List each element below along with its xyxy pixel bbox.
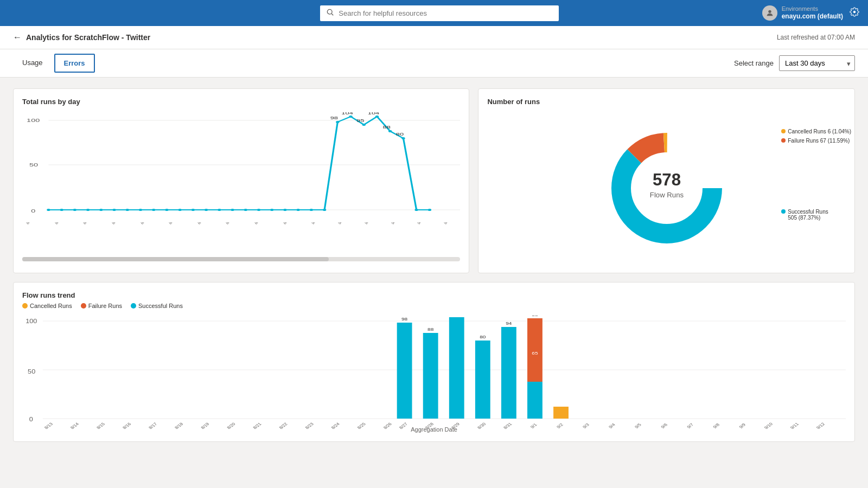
topbar: Environments enayu.com (default) xyxy=(0,0,868,26)
svg-text:8/24: 8/24 xyxy=(330,421,341,429)
line-chart-container: 100 50 0 98 104 xyxy=(22,112,460,232)
svg-point-39 xyxy=(362,124,366,126)
svg-text:9/10: 9/10 xyxy=(763,421,774,429)
svg-point-31 xyxy=(257,209,260,211)
tabs-area: Usage Errors Select range Last 7 days La… xyxy=(0,49,868,78)
bar-94-successful xyxy=(527,382,542,419)
donut-svg: 578 Flow Runs xyxy=(602,123,732,253)
svg-text:Flow Runs: Flow Runs xyxy=(650,191,684,199)
flow-runs-trend-card: Flow runs trend Cancelled Runs Failure R… xyxy=(13,282,855,442)
chart-scrollbar[interactable] xyxy=(22,257,460,261)
svg-text:9/11: 9/11 xyxy=(789,421,800,429)
env-label: Environments xyxy=(782,5,843,12)
svg-point-40 xyxy=(375,115,379,118)
svg-text:38: 38 xyxy=(532,316,538,317)
svg-text:95: 95 xyxy=(356,118,364,123)
svg-point-37 xyxy=(336,121,339,123)
subheader: ← Analytics for ScratchFlow - Twitter La… xyxy=(0,26,868,49)
bar-91 xyxy=(449,317,464,419)
svg-text:94: 94 xyxy=(506,321,512,326)
svg-text:8/25: 8/25 xyxy=(356,421,367,429)
cancelled-legend-dot xyxy=(22,303,28,309)
svg-line-1 xyxy=(332,14,334,15)
env-text: Environments enayu.com (default) xyxy=(782,5,843,21)
svg-point-43 xyxy=(414,209,418,211)
svg-text:88: 88 xyxy=(383,125,391,130)
svg-point-20 xyxy=(112,209,116,211)
main-content: Total runs by day 100 50 0 xyxy=(0,78,868,453)
donut-legend: Cancelled Runs 6 (1.04%) Failure Runs 67… xyxy=(781,129,851,221)
legend-cancelled: Cancelled Runs 6 (1.04%) xyxy=(781,129,851,134)
bar-chart-container: 100 50 0 98 88 104 xyxy=(22,316,846,424)
svg-point-36 xyxy=(323,209,326,211)
svg-text:9/6: 9/6 xyxy=(660,422,668,429)
successful-label: Successful Runs505 (87.37%) xyxy=(788,209,828,221)
svg-point-24 xyxy=(165,209,168,211)
svg-text:8/16: 8/16 xyxy=(122,421,132,429)
total-runs-chart-card: Total runs by day 100 50 0 xyxy=(13,88,469,273)
bar-831 xyxy=(423,333,438,419)
bar-92 xyxy=(475,341,490,419)
svg-point-41 xyxy=(388,130,392,132)
svg-point-15 xyxy=(47,209,50,211)
donut-chart-title: Number of runs xyxy=(487,98,846,106)
flow-runs-trend-title: Flow runs trend xyxy=(22,291,846,299)
range-label: Select range xyxy=(734,59,774,67)
cancelled-legend-label: Cancelled Runs xyxy=(30,303,72,309)
tab-errors[interactable]: Errors xyxy=(54,54,95,73)
range-dropdown[interactable]: Last 7 days Last 30 days Last 60 days La… xyxy=(779,55,855,71)
back-button[interactable]: ← xyxy=(13,33,22,42)
svg-text:50: 50 xyxy=(28,369,35,375)
legend-item-cancelled: Cancelled Runs xyxy=(22,303,72,309)
svg-point-19 xyxy=(99,209,103,211)
svg-point-34 xyxy=(296,209,299,211)
svg-point-23 xyxy=(152,209,155,211)
bar-legend: Cancelled Runs Failure Runs Successful R… xyxy=(22,303,846,309)
svg-text:80: 80 xyxy=(480,335,486,339)
bar-95-cancelled xyxy=(553,407,569,419)
svg-text:8/14: 8/14 xyxy=(69,421,80,429)
svg-text:9/1: 9/1 xyxy=(529,422,538,429)
tab-usage[interactable]: Usage xyxy=(13,54,52,73)
search-input[interactable] xyxy=(339,9,552,17)
svg-text:9/3: 9/3 xyxy=(582,422,590,429)
cancelled-label: Cancelled Runs 6 (1.04%) xyxy=(788,129,851,134)
svg-text:9/9: 9/9 xyxy=(738,422,747,429)
svg-text:100: 100 xyxy=(27,118,40,123)
user-icon xyxy=(762,5,777,21)
svg-text:104: 104 xyxy=(368,112,380,115)
svg-text:88: 88 xyxy=(427,327,433,332)
cancelled-dot xyxy=(781,129,786,133)
svg-point-44 xyxy=(428,209,431,211)
failure-legend-dot xyxy=(81,303,86,309)
svg-point-21 xyxy=(126,209,129,211)
svg-text:104: 104 xyxy=(341,112,353,115)
svg-point-42 xyxy=(401,137,405,139)
donut-chart-card: Number of runs 578 Flow Runs xyxy=(478,88,855,273)
svg-point-29 xyxy=(231,209,234,211)
svg-text:98: 98 xyxy=(330,115,338,120)
legend-item-successful: Successful Runs xyxy=(131,303,183,309)
svg-text:8/20: 8/20 xyxy=(226,421,237,429)
line-chart-svg: 100 50 0 98 104 xyxy=(22,112,460,221)
svg-point-30 xyxy=(244,209,247,211)
range-wrapper: Last 7 days Last 30 days Last 60 days La… xyxy=(779,55,855,71)
svg-point-18 xyxy=(86,209,90,211)
failure-dot xyxy=(781,138,786,143)
settings-icon[interactable] xyxy=(850,7,859,18)
svg-point-28 xyxy=(218,209,221,211)
svg-point-26 xyxy=(192,209,195,211)
page-title: Analytics for ScratchFlow - Twitter xyxy=(26,33,150,42)
svg-text:9/2: 9/2 xyxy=(556,422,564,429)
svg-text:8/31: 8/31 xyxy=(502,421,513,429)
user-area: Environments enayu.com (default) xyxy=(762,5,843,21)
svg-text:8/28: 8/28 xyxy=(424,421,435,429)
legend-successful: Successful Runs505 (87.37%) xyxy=(781,209,851,221)
legend-item-failure: Failure Runs xyxy=(81,303,122,309)
svg-point-22 xyxy=(139,209,142,211)
svg-point-25 xyxy=(178,209,181,211)
svg-text:8/21: 8/21 xyxy=(252,421,263,429)
svg-text:9/7: 9/7 xyxy=(686,422,695,429)
svg-point-32 xyxy=(270,209,273,211)
last-refreshed: Last refreshed at 07:00 AM xyxy=(777,34,855,41)
